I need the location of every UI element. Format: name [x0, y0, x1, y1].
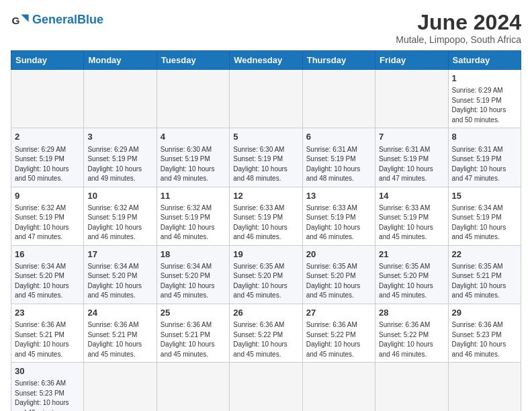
calendar-cell: 11Sunrise: 6:32 AM Sunset: 5:19 PM Dayli…: [157, 187, 229, 245]
calendar-cell: [230, 363, 302, 411]
calendar-cell: 22Sunrise: 6:35 AM Sunset: 5:21 PM Dayli…: [448, 245, 521, 304]
day-info: Sunrise: 6:30 AM Sunset: 5:19 PM Dayligh…: [161, 145, 226, 184]
day-info: Sunrise: 6:31 AM Sunset: 5:19 PM Dayligh…: [306, 145, 371, 184]
calendar-cell: 28Sunrise: 6:36 AM Sunset: 5:22 PM Dayli…: [375, 304, 448, 362]
day-info: Sunrise: 6:31 AM Sunset: 5:19 PM Dayligh…: [379, 145, 444, 184]
day-number: 4: [161, 131, 226, 143]
day-info: Sunrise: 6:32 AM Sunset: 5:19 PM Dayligh…: [15, 203, 80, 242]
day-info: Sunrise: 6:33 AM Sunset: 5:19 PM Dayligh…: [306, 203, 371, 242]
day-number: 29: [452, 307, 517, 319]
day-number: 25: [161, 307, 226, 319]
calendar-cell: 13Sunrise: 6:33 AM Sunset: 5:19 PM Dayli…: [302, 187, 375, 245]
day-info: Sunrise: 6:36 AM Sunset: 5:23 PM Dayligh…: [452, 320, 517, 359]
calendar-cell: [302, 363, 375, 411]
calendar-cell: 14Sunrise: 6:33 AM Sunset: 5:19 PM Dayli…: [375, 187, 448, 245]
day-info: Sunrise: 6:32 AM Sunset: 5:19 PM Dayligh…: [87, 203, 152, 242]
weekday-header-thursday: Thursday: [302, 51, 375, 70]
day-number: 8: [452, 131, 517, 143]
calendar-week-5: 23Sunrise: 6:36 AM Sunset: 5:21 PM Dayli…: [11, 304, 521, 362]
calendar-cell: 17Sunrise: 6:34 AM Sunset: 5:20 PM Dayli…: [84, 245, 157, 304]
day-number: 7: [379, 131, 444, 143]
day-info: Sunrise: 6:29 AM Sunset: 5:19 PM Dayligh…: [452, 86, 517, 125]
calendar-cell: 1Sunrise: 6:29 AM Sunset: 5:19 PM Daylig…: [448, 70, 521, 128]
day-info: Sunrise: 6:33 AM Sunset: 5:19 PM Dayligh…: [233, 203, 298, 242]
calendar-cell: 10Sunrise: 6:32 AM Sunset: 5:19 PM Dayli…: [84, 187, 157, 245]
day-number: 16: [15, 248, 80, 261]
day-info: Sunrise: 6:34 AM Sunset: 5:20 PM Dayligh…: [161, 262, 226, 301]
calendar-cell: 16Sunrise: 6:34 AM Sunset: 5:20 PM Dayli…: [11, 245, 84, 304]
calendar-cell: 20Sunrise: 6:35 AM Sunset: 5:20 PM Dayli…: [302, 245, 375, 304]
calendar-cell: 23Sunrise: 6:36 AM Sunset: 5:21 PM Dayli…: [11, 304, 84, 362]
logo-blue: Blue: [77, 13, 103, 26]
logo: G GeneralBlue: [11, 11, 103, 30]
logo-icon: G: [11, 11, 30, 30]
calendar-cell: [157, 363, 229, 411]
month-title: June 2024: [396, 11, 521, 34]
day-number: 13: [306, 190, 371, 202]
day-info: Sunrise: 6:30 AM Sunset: 5:19 PM Dayligh…: [233, 145, 298, 184]
day-number: 12: [233, 190, 298, 202]
day-number: 1: [452, 73, 517, 85]
calendar-cell: 5Sunrise: 6:30 AM Sunset: 5:19 PM Daylig…: [230, 128, 302, 187]
day-info: Sunrise: 6:36 AM Sunset: 5:21 PM Dayligh…: [161, 320, 226, 359]
day-number: 22: [452, 248, 517, 261]
day-number: 30: [15, 365, 80, 377]
calendar: SundayMondayTuesdayWednesdayThursdayFrid…: [11, 50, 521, 411]
calendar-cell: 4Sunrise: 6:30 AM Sunset: 5:19 PM Daylig…: [157, 128, 229, 187]
calendar-cell: [375, 363, 448, 411]
day-info: Sunrise: 6:35 AM Sunset: 5:20 PM Dayligh…: [306, 262, 371, 301]
weekday-header-monday: Monday: [84, 51, 157, 70]
calendar-cell: [157, 70, 229, 128]
calendar-cell: 27Sunrise: 6:36 AM Sunset: 5:22 PM Dayli…: [302, 304, 375, 362]
weekday-header-wednesday: Wednesday: [230, 51, 302, 70]
calendar-week-1: 1Sunrise: 6:29 AM Sunset: 5:19 PM Daylig…: [11, 70, 521, 128]
weekday-header-saturday: Saturday: [448, 51, 521, 70]
calendar-cell: 8Sunrise: 6:31 AM Sunset: 5:19 PM Daylig…: [448, 128, 521, 187]
svg-marker-1: [21, 15, 28, 22]
logo-general: General: [32, 13, 77, 26]
title-area: June 2024 Mutale, Limpopo, South Africa: [396, 11, 521, 45]
header: G GeneralBlue June 2024 Mutale, Limpopo,…: [11, 11, 521, 45]
weekday-header-row: SundayMondayTuesdayWednesdayThursdayFrid…: [11, 51, 521, 70]
calendar-cell: 12Sunrise: 6:33 AM Sunset: 5:19 PM Dayli…: [230, 187, 302, 245]
day-number: 28: [379, 307, 444, 319]
day-number: 18: [161, 248, 226, 261]
day-info: Sunrise: 6:29 AM Sunset: 5:19 PM Dayligh…: [15, 145, 80, 184]
day-info: Sunrise: 6:36 AM Sunset: 5:23 PM Dayligh…: [15, 379, 80, 411]
calendar-cell: 15Sunrise: 6:34 AM Sunset: 5:19 PM Dayli…: [448, 187, 521, 245]
calendar-cell: [84, 70, 157, 128]
day-number: 2: [15, 131, 80, 143]
day-number: 17: [87, 248, 152, 261]
weekday-header-friday: Friday: [375, 51, 448, 70]
day-info: Sunrise: 6:36 AM Sunset: 5:22 PM Dayligh…: [233, 320, 298, 359]
day-number: 14: [379, 190, 444, 202]
calendar-cell: 24Sunrise: 6:36 AM Sunset: 5:21 PM Dayli…: [84, 304, 157, 362]
day-info: Sunrise: 6:29 AM Sunset: 5:19 PM Dayligh…: [87, 145, 152, 184]
day-info: Sunrise: 6:34 AM Sunset: 5:20 PM Dayligh…: [87, 262, 152, 301]
day-info: Sunrise: 6:36 AM Sunset: 5:22 PM Dayligh…: [306, 320, 371, 359]
day-number: 21: [379, 248, 444, 261]
day-info: Sunrise: 6:35 AM Sunset: 5:20 PM Dayligh…: [379, 262, 444, 301]
calendar-week-3: 9Sunrise: 6:32 AM Sunset: 5:19 PM Daylig…: [11, 187, 521, 245]
calendar-cell: 29Sunrise: 6:36 AM Sunset: 5:23 PM Dayli…: [448, 304, 521, 362]
day-number: 5: [233, 131, 298, 143]
calendar-week-2: 2Sunrise: 6:29 AM Sunset: 5:19 PM Daylig…: [11, 128, 521, 187]
day-info: Sunrise: 6:36 AM Sunset: 5:22 PM Dayligh…: [379, 320, 444, 359]
day-number: 27: [306, 307, 371, 319]
calendar-cell: 2Sunrise: 6:29 AM Sunset: 5:19 PM Daylig…: [11, 128, 84, 187]
day-number: 10: [87, 190, 152, 202]
day-number: 15: [452, 190, 517, 202]
weekday-header-tuesday: Tuesday: [157, 51, 229, 70]
day-info: Sunrise: 6:35 AM Sunset: 5:21 PM Dayligh…: [452, 262, 517, 301]
calendar-cell: [11, 70, 84, 128]
calendar-cell: 26Sunrise: 6:36 AM Sunset: 5:22 PM Dayli…: [230, 304, 302, 362]
calendar-cell: [230, 70, 302, 128]
day-info: Sunrise: 6:36 AM Sunset: 5:21 PM Dayligh…: [87, 320, 152, 359]
day-info: Sunrise: 6:34 AM Sunset: 5:20 PM Dayligh…: [15, 262, 80, 301]
calendar-cell: 18Sunrise: 6:34 AM Sunset: 5:20 PM Dayli…: [157, 245, 229, 304]
logo-text: GeneralBlue: [32, 13, 103, 27]
day-number: 23: [15, 307, 80, 319]
calendar-cell: 3Sunrise: 6:29 AM Sunset: 5:19 PM Daylig…: [84, 128, 157, 187]
day-number: 6: [306, 131, 371, 143]
day-number: 9: [15, 190, 80, 202]
